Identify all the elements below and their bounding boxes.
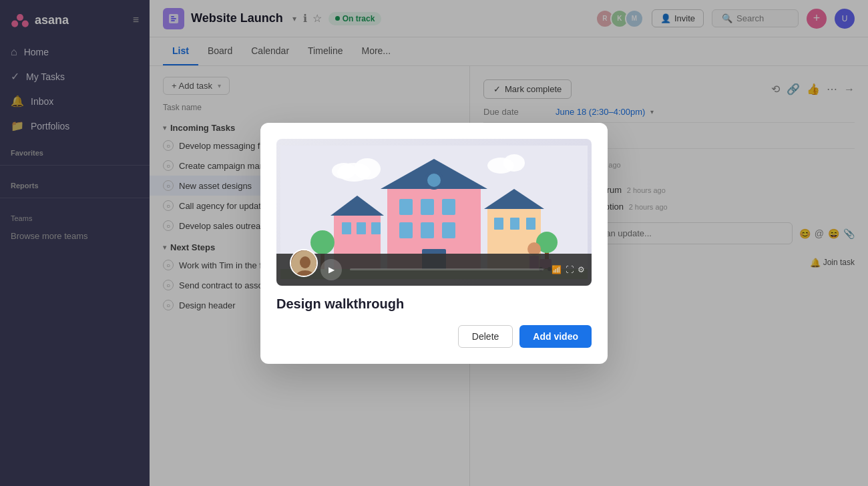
svg-rect-15	[399, 199, 413, 215]
video-player-bar: ▶ 📶 ⛶ ⚙	[276, 254, 592, 286]
delete-button[interactable]: Delete	[458, 325, 513, 348]
svg-rect-26	[342, 222, 351, 234]
add-video-button[interactable]: Add video	[519, 325, 592, 348]
settings-icon[interactable]: ⚙	[578, 265, 585, 274]
volume-icon[interactable]: 📶	[552, 265, 562, 274]
modal-title: Design walkthrough	[276, 296, 592, 312]
fullscreen-icon[interactable]: ⛶	[566, 265, 574, 274]
svg-rect-17	[442, 199, 455, 215]
svg-rect-18	[399, 222, 413, 238]
modal-overlay[interactable]: ▶ 📶 ⛶ ⚙ Design walkthrough Delete Add vi…	[0, 0, 868, 486]
modal-actions: Delete Add video	[276, 325, 592, 348]
svg-rect-33	[526, 218, 535, 230]
svg-point-23	[427, 174, 441, 187]
video-controls: 📶 ⛶ ⚙	[552, 265, 585, 274]
svg-point-9	[354, 158, 381, 180]
presenter-avatar	[290, 249, 318, 277]
svg-point-10	[332, 163, 356, 179]
modal-image-area: ▶ 📶 ⛶ ⚙	[276, 139, 592, 286]
svg-rect-32	[510, 218, 519, 230]
svg-rect-16	[421, 199, 434, 215]
svg-point-35	[310, 230, 335, 254]
svg-rect-27	[357, 222, 366, 234]
play-button[interactable]: ▶	[320, 259, 342, 280]
svg-point-12	[503, 154, 525, 172]
svg-rect-19	[421, 222, 434, 238]
svg-rect-31	[494, 218, 503, 230]
svg-rect-20	[442, 222, 455, 238]
video-modal: ▶ 📶 ⛶ ⚙ Design walkthrough Delete Add vi…	[260, 123, 608, 364]
svg-point-45	[300, 256, 310, 268]
svg-rect-28	[371, 222, 381, 234]
video-progress-bar[interactable]	[350, 268, 544, 270]
